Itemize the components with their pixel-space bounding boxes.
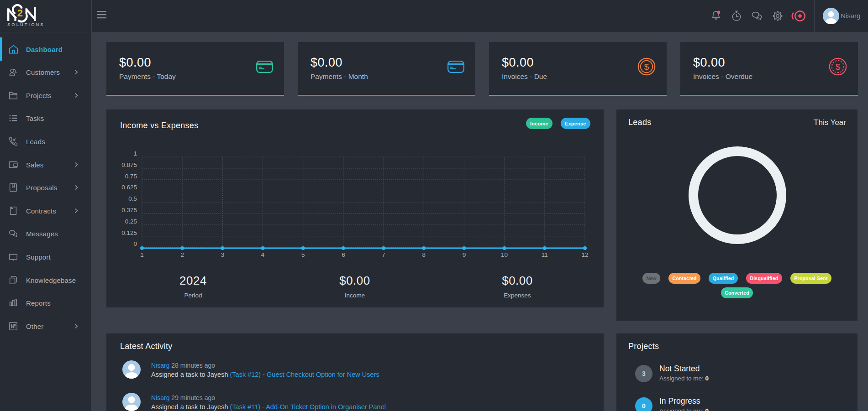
svg-text:0.625: 0.625 xyxy=(121,184,137,191)
svg-text:0.25: 0.25 xyxy=(125,218,137,225)
svg-text:6: 6 xyxy=(342,251,345,258)
svg-text:11: 11 xyxy=(542,251,548,258)
svg-text:0.5: 0.5 xyxy=(128,195,137,202)
svg-text:5: 5 xyxy=(301,251,305,258)
svg-text:1: 1 xyxy=(133,150,137,157)
svg-text:10: 10 xyxy=(501,251,508,258)
svg-text:0.125: 0.125 xyxy=(121,229,137,236)
svg-text:$: $ xyxy=(644,62,649,72)
svg-text:0: 0 xyxy=(133,240,137,247)
svg-text:2: 2 xyxy=(17,7,23,19)
svg-text:12: 12 xyxy=(581,251,588,258)
svg-text:1: 1 xyxy=(140,251,144,258)
svg-text:SOLUTIONS: SOLUTIONS xyxy=(7,22,45,27)
svg-text:9: 9 xyxy=(463,251,466,258)
svg-text:0.875: 0.875 xyxy=(121,161,137,168)
svg-text:0.75: 0.75 xyxy=(125,173,137,180)
svg-text:8: 8 xyxy=(422,251,426,258)
svg-text:2: 2 xyxy=(180,251,184,258)
svg-text:4: 4 xyxy=(261,251,265,258)
svg-text:$: $ xyxy=(836,62,841,72)
svg-text:3: 3 xyxy=(221,251,225,258)
svg-text:7: 7 xyxy=(382,251,385,258)
svg-text:0.375: 0.375 xyxy=(121,207,137,213)
